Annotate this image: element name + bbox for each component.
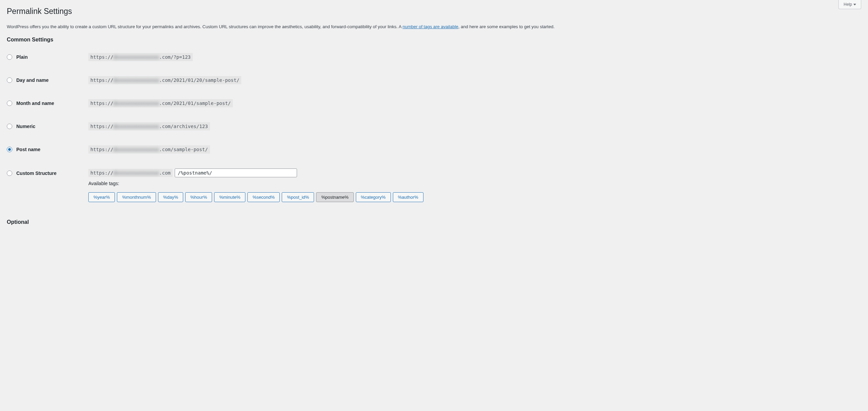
option-row-custom: Custom Structure https://dxxxxxxxxxxxxxx…	[7, 161, 861, 210]
url-domain-blurred: dxxxxxxxxxxxxxxx	[113, 124, 159, 129]
custom-structure-input[interactable]	[175, 168, 297, 177]
url-suffix-day-name: /2021/01/20/sample-post/	[171, 77, 239, 83]
chevron-down-icon	[853, 4, 856, 5]
url-prefix: https://	[90, 54, 113, 60]
intro-text-after: , and here are some examples to get you …	[458, 24, 555, 29]
url-prefix: https://	[90, 124, 113, 129]
url-domain-blurred: dxxxxxxxxxxxxxxx	[113, 147, 159, 152]
tags-available-link[interactable]: number of tags are available	[402, 24, 458, 29]
option-row-day-name: Day and name https://dxxxxxxxxxxxxxxx.co…	[7, 69, 861, 92]
optional-heading: Optional	[7, 219, 861, 225]
label-custom: Custom Structure	[16, 171, 56, 176]
radio-custom[interactable]	[7, 171, 12, 176]
page-title: Permalink Settings	[7, 3, 861, 18]
tag-hour[interactable]: %hour%	[185, 192, 212, 202]
url-domain-blurred: dxxxxxxxxxxxxxxx	[113, 54, 159, 60]
url-domain-blurred: dxxxxxxxxxxxxxxx	[113, 170, 159, 176]
custom-input-row: https://dxxxxxxxxxxxxxxx.com	[88, 168, 861, 177]
url-prefix: https://	[90, 170, 113, 176]
url-prefix: https://	[90, 147, 113, 152]
tag-day[interactable]: %day%	[158, 192, 183, 202]
intro-paragraph: WordPress offers you the ability to crea…	[7, 23, 861, 30]
tag-monthnum[interactable]: %monthnum%	[117, 192, 156, 202]
tag-second[interactable]: %second%	[247, 192, 280, 202]
url-prefix: https://	[90, 101, 113, 106]
radio-post-name[interactable]	[7, 147, 12, 152]
radio-month-name[interactable]	[7, 101, 12, 106]
url-domain-blurred: dxxxxxxxxxxxxxxx	[113, 101, 159, 106]
label-plain: Plain	[16, 54, 28, 60]
example-numeric: https://dxxxxxxxxxxxxxxx.com/archives/12…	[88, 122, 861, 130]
url-suffix-month-name: /2021/01/sample-post/	[171, 101, 231, 106]
intro-text-before: WordPress offers you the ability to crea…	[7, 24, 402, 29]
option-month-name-label-wrap[interactable]: Month and name	[7, 101, 88, 106]
tag-category[interactable]: %category%	[356, 192, 391, 202]
tag-minute[interactable]: %minute%	[214, 192, 245, 202]
example-plain: https://dxxxxxxxxxxxxxxx.com/?p=123	[88, 53, 861, 61]
radio-day-name[interactable]	[7, 77, 12, 83]
radio-plain[interactable]	[7, 54, 12, 60]
tag-author[interactable]: %author%	[393, 192, 423, 202]
url-suffix-plain: /?p=123	[171, 54, 191, 60]
url-tld: .com	[159, 147, 171, 152]
url-tld: .com	[159, 54, 171, 60]
option-row-numeric: Numeric https://dxxxxxxxxxxxxxxx.com/arc…	[7, 115, 861, 138]
url-tld: .com	[159, 77, 171, 83]
url-tld: .com	[159, 124, 171, 129]
option-row-post-name: Post name https://dxxxxxxxxxxxxxxx.com/s…	[7, 138, 861, 161]
label-post-name: Post name	[16, 147, 40, 152]
example-month-name: https://dxxxxxxxxxxxxxxx.com/2021/01/sam…	[88, 99, 861, 107]
radio-numeric[interactable]	[7, 124, 12, 129]
option-plain-label-wrap[interactable]: Plain	[7, 54, 88, 60]
label-month-name: Month and name	[16, 101, 54, 106]
label-day-name: Day and name	[16, 77, 49, 83]
available-tags-label: Available tags:	[88, 181, 861, 186]
option-numeric-label-wrap[interactable]: Numeric	[7, 124, 88, 129]
tag-post-id[interactable]: %post_id%	[282, 192, 314, 202]
label-numeric: Numeric	[16, 124, 35, 129]
example-post-name: https://dxxxxxxxxxxxxxxx.com/sample-post…	[88, 145, 861, 154]
custom-details: https://dxxxxxxxxxxxxxxx.com Available t…	[88, 168, 861, 202]
option-post-name-label-wrap[interactable]: Post name	[7, 147, 88, 152]
option-row-plain: Plain https://dxxxxxxxxxxxxxxx.com/?p=12…	[7, 46, 861, 69]
tag-year[interactable]: %year%	[88, 192, 115, 202]
example-day-name: https://dxxxxxxxxxxxxxxx.com/2021/01/20/…	[88, 76, 861, 84]
tag-postname[interactable]: %postname%	[316, 192, 353, 202]
help-label: Help	[844, 2, 852, 7]
common-settings-heading: Common Settings	[7, 37, 861, 43]
url-tld: .com	[159, 101, 171, 106]
option-row-month-name: Month and name https://dxxxxxxxxxxxxxxx.…	[7, 92, 861, 115]
url-tld: .com	[159, 170, 171, 176]
url-suffix-post-name: /sample-post/	[171, 147, 208, 152]
url-prefix: https://	[90, 77, 113, 83]
url-suffix-numeric: /archives/123	[171, 124, 208, 129]
help-dropdown-button[interactable]: Help	[838, 0, 861, 9]
tags-row: %year% %monthnum% %day% %hour% %minute% …	[88, 192, 861, 202]
url-domain-blurred: dxxxxxxxxxxxxxxx	[113, 77, 159, 83]
option-custom-label-wrap[interactable]: Custom Structure	[7, 168, 88, 176]
option-day-name-label-wrap[interactable]: Day and name	[7, 77, 88, 83]
